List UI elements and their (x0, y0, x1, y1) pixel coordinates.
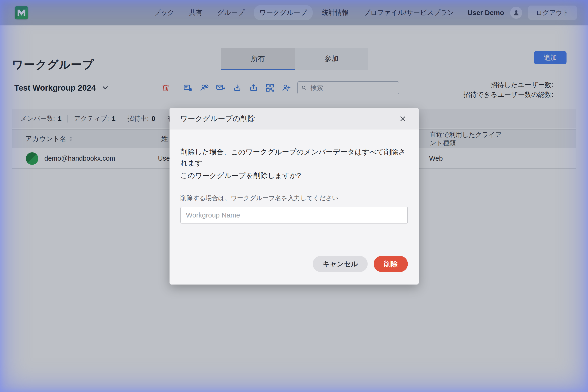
cancel-button[interactable]: キャンセル (313, 256, 368, 272)
workgroup-name-input-label: 削除する場合は、ワークグループ名を入力してください (180, 194, 408, 202)
modal-warning-text: 削除した場合、このワークグループのメンバーデータはすべて削除されます (180, 146, 408, 168)
modal-body: 削除した場合、このワークグループのメンバーデータはすべて削除されます このワーク… (170, 130, 419, 224)
modal-footer: キャンセル 削除 (170, 243, 419, 284)
workgroup-name-input[interactable] (180, 207, 408, 224)
close-icon (399, 115, 406, 122)
delete-workgroup-modal: ワークグループの削除 削除した場合、このワークグループのメンバーデータはすべて削… (170, 108, 419, 284)
modal-close-button[interactable] (397, 114, 408, 124)
modal-header: ワークグループの削除 (170, 108, 419, 130)
modal-title: ワークグループの削除 (180, 114, 255, 124)
modal-confirm-question: このワークグループを削除しますか? (180, 170, 408, 181)
confirm-delete-button[interactable]: 削除 (374, 256, 408, 272)
